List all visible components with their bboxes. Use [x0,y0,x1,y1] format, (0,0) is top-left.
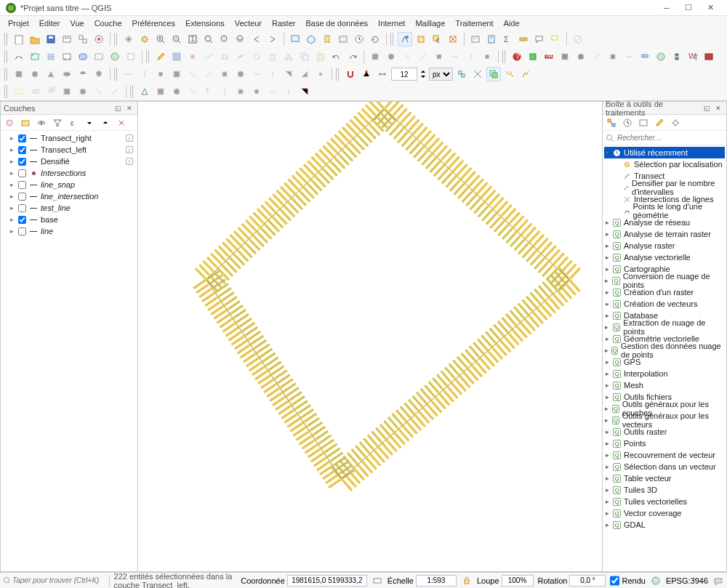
category-item[interactable]: ▸QGestion des données nuage de points [604,345,725,356]
layer-checkbox[interactable] [18,193,26,201]
adv-tool-button[interactable] [281,67,296,81]
scale-lock-button[interactable] [461,573,473,588]
menu-couche[interactable]: Couche [89,17,127,29]
category-item[interactable]: ▸QMesh [604,379,725,391]
layer-checkbox[interactable] [18,169,26,177]
adv-edit-button[interactable] [400,49,414,64]
category-item[interactable]: ▸QTable vecteur [604,472,725,484]
processing-tree[interactable]: ▾Utilisé récemmentSélection par localisa… [603,145,726,571]
layer-item[interactable]: ▸ line [2,225,136,237]
paste-button[interactable] [313,49,328,64]
adv-tool-button[interactable] [297,67,312,81]
shape-tool-button[interactable] [12,67,26,81]
snapping-button[interactable] [343,67,358,81]
mesh-edit-button[interactable] [137,84,152,99]
add-polygon-button[interactable] [217,49,232,64]
snap-tolerance-input[interactable] [391,68,417,81]
label-tool-button[interactable] [76,84,90,99]
plugin-button[interactable] [622,49,636,64]
shape-tool-button[interactable] [60,67,74,81]
snap-unit-select[interactable]: px [429,68,453,81]
plugin-button[interactable] [558,49,572,64]
refresh-button[interactable] [368,32,382,47]
menu-preferences[interactable]: Préférences [127,17,180,29]
menu-raster[interactable]: Raster [267,17,300,29]
render-checkbox[interactable] [610,575,619,587]
toolbar-handle[interactable] [336,68,340,81]
menu-projet[interactable]: Projet [3,17,34,29]
adv-edit-button[interactable] [384,49,398,64]
plugin-button[interactable] [574,49,588,64]
adv-tool-button[interactable] [153,67,168,81]
layout-manager-button[interactable] [76,32,90,47]
new-map-view-button[interactable] [288,32,302,47]
edit-in-place-button[interactable] [652,116,667,130]
adv-tool-button[interactable] [201,67,216,81]
pan-button[interactable] [121,32,136,47]
style-manager-button[interactable] [92,32,106,47]
category-item[interactable]: ▸QCréation de vecteurs [604,298,725,310]
adv-tool-button[interactable] [121,67,136,81]
plugin-button[interactable] [702,49,716,64]
model-button[interactable] [604,116,619,130]
zoom-native-button[interactable]: 1:1 [185,32,200,47]
adv-edit-button[interactable] [368,49,382,64]
temporal-controller-button[interactable] [352,32,366,47]
layer-checkbox[interactable] [18,204,26,212]
undock-button[interactable]: ◱ [113,103,123,113]
no-action-button[interactable] [571,32,585,47]
zoom-next-button[interactable] [265,32,280,47]
shape-tool-button[interactable] [92,67,106,81]
undo-button[interactable] [329,49,344,64]
recent-header[interactable]: ▾Utilisé récemment [604,147,725,158]
label-tool-button[interactable] [60,84,74,99]
print-layout-button[interactable] [60,32,74,47]
snap-intersection-button[interactable] [470,67,485,81]
attributes-button[interactable] [468,32,483,47]
measure-button[interactable] [516,32,531,47]
locator-input[interactable] [12,576,105,584]
layer-style-button[interactable] [2,116,17,130]
coord-toggle-button[interactable] [371,573,383,588]
pan-to-selection-button[interactable] [137,32,152,47]
category-item[interactable]: ▸QAnalyse de terrain raster [604,228,725,240]
layer-checkbox[interactable] [18,158,26,166]
add-virtual-button[interactable] [92,49,106,64]
field-calculator-button[interactable] [484,32,499,47]
toolbar-handle[interactable] [4,85,9,98]
zoom-in-button[interactable] [153,32,168,47]
category-item[interactable]: ▸QRecouvrement de vecteur [604,449,725,461]
open-project-button[interactable] [28,32,42,47]
layer-item[interactable]: ▸ Transect_right i [2,132,136,144]
plugin-button[interactable] [526,49,540,64]
adv-edit-button[interactable] [464,49,478,64]
close-button[interactable]: ✕ [699,0,721,15]
results-button[interactable] [636,116,651,130]
mesh-edit-button[interactable] [265,84,280,99]
toolbar-handle[interactable] [4,33,9,46]
help-button[interactable]: ? [510,49,524,64]
zoom-out-button[interactable] [169,32,184,47]
category-item[interactable]: ▸QTuiles 3D [604,484,725,496]
new-bookmark-button[interactable] [320,32,334,47]
plugin-button[interactable] [654,49,668,64]
mesh-edit-button[interactable] [185,84,200,99]
layer-info-icon[interactable]: i [126,158,133,165]
add-line-button[interactable] [201,49,216,64]
plugin-button[interactable] [638,49,652,64]
category-item[interactable]: ▸QExtraction de nuage de points [604,321,725,333]
zoom-full-button[interactable] [201,32,216,47]
menu-internet[interactable]: Internet [373,17,410,29]
mesh-edit-button[interactable] [153,84,168,99]
layer-item[interactable]: ▸ line_intersection [2,190,136,202]
self-snap-button[interactable] [502,67,517,81]
layer-item[interactable]: ▸ base [2,214,136,225]
tracing-button[interactable] [518,67,533,81]
snap-config-button[interactable] [359,67,374,81]
layer-item[interactable]: ▸ Densifié i [2,156,136,167]
adv-tool-button[interactable] [137,67,152,81]
annotation-button[interactable] [548,32,563,47]
label-tool-button[interactable] [12,84,26,99]
toolbar-handle[interactable] [390,33,395,46]
category-item[interactable]: ▸QAnalyse raster [604,240,725,251]
